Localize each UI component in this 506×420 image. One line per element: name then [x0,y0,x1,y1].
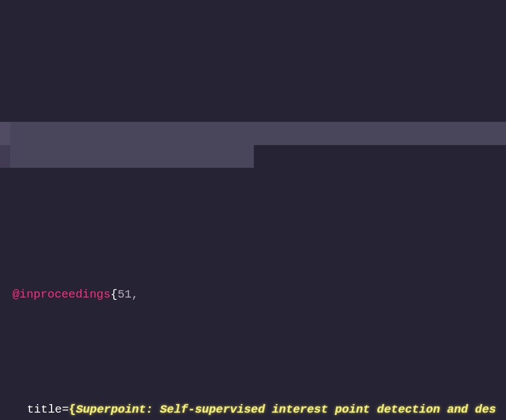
bib-entry-header: @inproceedings{51, [0,283,506,307]
code-editor[interactable]: ​ @inproceedings{51, title={Superpoint: … [0,0,506,420]
search-match-highlight-line1 [0,122,506,145]
bib-field-title: title={Superpoint: Self-supervised inter… [0,398,506,420]
cite-key: 51 [117,288,131,301]
equals-sign: = [62,403,69,416]
field-name: title [27,403,62,416]
comma: , [131,288,138,301]
value-open-brace: { [69,403,76,416]
search-match-highlight-line2 [10,145,254,168]
gutter-highlight [0,122,10,168]
entry-type-keyword: @inproceedings [12,288,110,301]
open-brace: { [110,288,117,301]
title-value: Superpoint: Self-supervised interest poi… [12,403,496,420]
